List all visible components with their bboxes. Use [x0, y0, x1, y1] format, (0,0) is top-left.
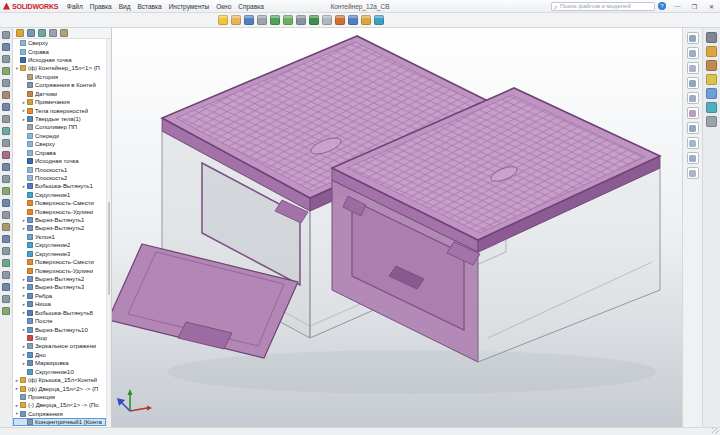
- tree-item[interactable]: Скругление2: [13, 241, 106, 249]
- side-tool-icon[interactable]: [2, 283, 10, 291]
- minimize-button[interactable]: —: [669, 0, 686, 13]
- tree-item[interactable]: ▸(ф) Крышка_15л<Контей: [13, 376, 106, 384]
- rebuild-icon[interactable]: [309, 15, 319, 25]
- tree-item[interactable]: Сверху: [13, 39, 106, 47]
- side-tool-icon[interactable]: [2, 31, 10, 39]
- tree-item[interactable]: ▸Вырез-Вытянуть10: [13, 325, 106, 333]
- tree-item[interactable]: Stop: [13, 334, 106, 342]
- graphics-area[interactable]: [112, 28, 682, 427]
- options-icon[interactable]: [322, 15, 332, 25]
- select-icon[interactable]: [296, 15, 306, 25]
- tree-scrollbar[interactable]: [106, 39, 111, 427]
- tree-item[interactable]: Исходная точка: [13, 56, 106, 64]
- feature-manager-tab[interactable]: [16, 29, 24, 37]
- tree-item[interactable]: Плоскость2: [13, 174, 106, 182]
- section-view-icon[interactable]: [687, 107, 699, 119]
- menu-item-0[interactable]: Файл: [63, 3, 86, 10]
- tree-item[interactable]: Справа: [13, 148, 106, 156]
- file-explorer-icon[interactable]: [706, 74, 717, 85]
- tree-item[interactable]: Плоскость1: [13, 165, 106, 173]
- side-tool-icon[interactable]: [2, 187, 10, 195]
- redo-icon[interactable]: [283, 15, 293, 25]
- design-library-icon[interactable]: [706, 60, 717, 71]
- tree-item[interactable]: Датчики: [13, 90, 106, 98]
- tree-item[interactable]: ▸Примечания: [13, 98, 106, 106]
- side-tool-icon[interactable]: [2, 199, 10, 207]
- menu-item-5[interactable]: Окно: [213, 3, 235, 10]
- tree-item[interactable]: ▸Бобышка-Вытянуть8: [13, 309, 106, 317]
- side-tool-icon[interactable]: [2, 223, 10, 231]
- side-tool-icon[interactable]: [2, 67, 10, 75]
- model-canvas[interactable]: [112, 28, 682, 427]
- tree-item[interactable]: Спереди: [13, 132, 106, 140]
- help-button[interactable]: ?: [658, 2, 666, 10]
- side-tool-icon[interactable]: [2, 55, 10, 63]
- tree-item[interactable]: ▸Ребра: [13, 292, 106, 300]
- tree-item[interactable]: Справа: [13, 47, 106, 55]
- assembly-icon[interactable]: [361, 15, 371, 25]
- tree-item[interactable]: Сверху: [13, 140, 106, 148]
- print-icon[interactable]: [257, 15, 267, 25]
- tree-item[interactable]: Проекция: [13, 393, 106, 401]
- rotate-view-icon[interactable]: [687, 77, 699, 89]
- side-tool-icon[interactable]: [2, 175, 10, 183]
- save-icon[interactable]: [244, 15, 254, 25]
- menu-item-1[interactable]: Правка: [86, 3, 115, 10]
- appearances-icon[interactable]: [706, 102, 717, 113]
- open-file-icon[interactable]: [231, 15, 241, 25]
- search-input[interactable]: ⌕ Поиск файлов и моделей: [551, 2, 655, 11]
- tree-item[interactable]: ▸(ф) Дверца_15л<2> -> (П: [13, 384, 106, 392]
- side-tool-icon[interactable]: [2, 79, 10, 87]
- display-manager-tab[interactable]: [60, 29, 68, 37]
- property-manager-tab[interactable]: [27, 29, 35, 37]
- features-icon[interactable]: [348, 15, 358, 25]
- tree-item[interactable]: ▸Бобышка-Вытянуть1: [13, 182, 106, 190]
- tree-item[interactable]: ▾(ф) Контейнер_15л<1> (П: [13, 64, 106, 72]
- tree-item[interactable]: ▸Тела поверхностей: [13, 106, 106, 114]
- menu-item-6[interactable]: Справка: [235, 3, 268, 10]
- side-tool-icon[interactable]: [2, 211, 10, 219]
- side-tool-icon[interactable]: [2, 295, 10, 303]
- tree-item[interactable]: ▸Дно: [13, 351, 106, 359]
- scene-icon[interactable]: [687, 167, 699, 179]
- tree-item[interactable]: Концентричный1 (Конта: [13, 418, 106, 426]
- side-tool-icon[interactable]: [2, 271, 10, 279]
- tree-item[interactable]: ▸Вырез-Вытянуть3: [13, 283, 106, 291]
- tree-item[interactable]: Сополимер ПП: [13, 123, 106, 131]
- configuration-manager-tab[interactable]: [38, 29, 46, 37]
- side-tool-icon[interactable]: [2, 91, 10, 99]
- side-tool-icon[interactable]: [2, 307, 10, 315]
- side-tool-icon[interactable]: [2, 43, 10, 51]
- tree-item[interactable]: После: [13, 317, 106, 325]
- restore-button[interactable]: ❐: [686, 0, 703, 13]
- menu-item-4[interactable]: Инструменты: [165, 3, 213, 10]
- tree-item[interactable]: История: [13, 73, 106, 81]
- tree-item[interactable]: Поверхность-Смести: [13, 199, 106, 207]
- tree-item[interactable]: ▸Вырез-Вытянуть1: [13, 216, 106, 224]
- side-tool-icon[interactable]: [2, 139, 10, 147]
- new-file-icon[interactable]: [218, 15, 228, 25]
- tree-item[interactable]: Поверхность-Удлини: [13, 266, 106, 274]
- tree-item[interactable]: ▸Ниша: [13, 300, 106, 308]
- pan-icon[interactable]: [687, 62, 699, 74]
- side-tool-icon[interactable]: [2, 127, 10, 135]
- tree-item[interactable]: ▸(-) Дверца_15л<1> -> (По: [13, 401, 106, 409]
- side-tool-icon[interactable]: [2, 259, 10, 267]
- undo-icon[interactable]: [270, 15, 280, 25]
- home-icon[interactable]: [706, 46, 717, 57]
- tree-item[interactable]: ▸Твердые тела(1): [13, 115, 106, 123]
- side-tool-icon[interactable]: [2, 235, 10, 243]
- shadow-icon[interactable]: [687, 152, 699, 164]
- tree-item[interactable]: Исходная точка: [13, 157, 106, 165]
- resize-grip-icon[interactable]: [712, 428, 719, 434]
- side-tool-icon[interactable]: [2, 103, 10, 111]
- view-palette-icon[interactable]: [706, 88, 717, 99]
- tree-item[interactable]: ▸Маркировка: [13, 359, 106, 367]
- tree-item[interactable]: ▸Зеркальное отражени: [13, 342, 106, 350]
- tree-item[interactable]: Поверхность-Смести: [13, 258, 106, 266]
- sketch-icon[interactable]: [335, 15, 345, 25]
- collapse-arrow-icon[interactable]: [706, 32, 717, 43]
- tree-item[interactable]: Скругление10: [13, 367, 106, 375]
- tree-item[interactable]: ▸Вырез-Вытянуть2: [13, 224, 106, 232]
- dimxpert-tab[interactable]: [49, 29, 57, 37]
